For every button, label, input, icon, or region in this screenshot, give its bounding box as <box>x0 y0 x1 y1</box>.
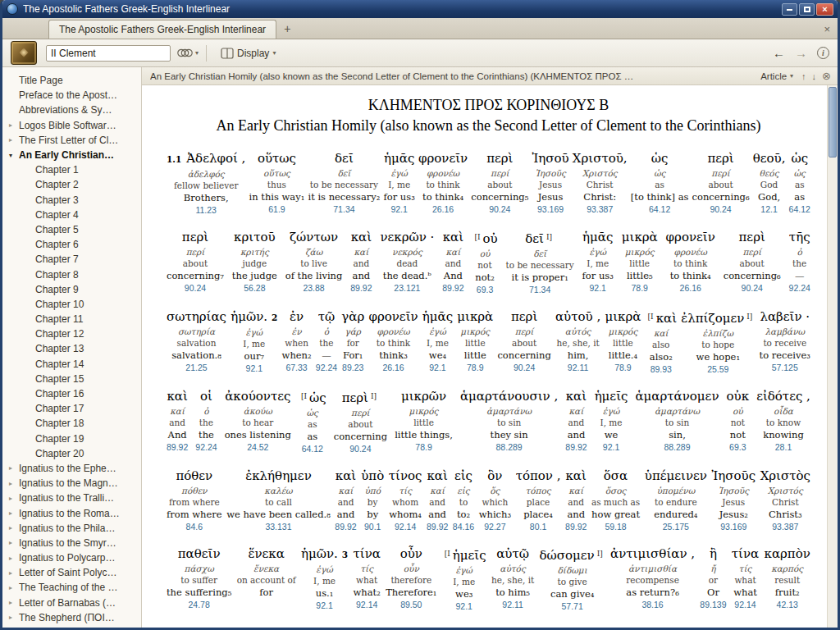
interlinear-word[interactable]: ἕνεκαἕνεκαon account offor <box>235 545 298 612</box>
sidebar-item[interactable]: Title Page <box>2 73 141 88</box>
interlinear-word[interactable]: ἡμῶν.2ἐγώI, meour₇92.1 <box>229 308 279 375</box>
sidebar-item[interactable]: ▸Logos Bible Softwar… <box>2 118 141 133</box>
interlinear-word[interactable]: νεκρῶν ·νεκρόςdeadthe dead.ᵇ23.121 <box>378 228 436 295</box>
interlinear-word[interactable]: ἀκούοντεςἀκούωto hearones listening24.52 <box>223 387 293 454</box>
interlinear-word[interactable]: καὶκαίandand89.92 <box>564 387 588 454</box>
interlinear-word[interactable]: περὶπερίaboutconcerning₆90.24 <box>722 228 783 295</box>
interlinear-word[interactable]: καὶκαίandAnd89.92 <box>165 387 189 454</box>
louw-nida-number[interactable]: 89.23 <box>341 362 364 373</box>
interlinear-word[interactable]: περὶπερίaboutconcerning₇90.24 <box>165 228 226 295</box>
locator-close-icon[interactable]: ⊗ <box>822 70 831 82</box>
louw-nida-number[interactable]: 26.16 <box>368 362 418 373</box>
louw-nida-number[interactable]: 25.59 <box>681 363 755 375</box>
louw-nida-number[interactable]: 23.121 <box>380 282 434 294</box>
louw-nida-number[interactable]: 80.1 <box>516 521 561 532</box>
interlinear-word[interactable]: κριτοῦκριτήςjudgethe judge56.28 <box>231 228 279 295</box>
interlinear-word[interactable]: τῷὁthe—92.24 <box>314 308 339 375</box>
louw-nida-number[interactable]: 92.24 <box>195 441 217 453</box>
interlinear-word[interactable]: [Iὡςὡςasas64.12 <box>297 387 328 454</box>
pane-close-button[interactable]: × <box>824 24 830 34</box>
info-button[interactable]: i <box>817 47 829 59</box>
interlinear-word[interactable]: φρονεῖνφρονέωto thinkto think₄26.16 <box>417 149 469 216</box>
interlinear-word[interactable]: οὐκοὐnotnot69.3 <box>725 387 751 454</box>
louw-nida-number[interactable]: 78.9 <box>605 362 641 373</box>
interlinear-word[interactable]: καὶκαίandAnd89.92 <box>441 228 465 295</box>
louw-nida-number[interactable]: 28.1 <box>756 441 810 453</box>
sidebar-item[interactable]: ▸The Shepherd (ΠΟΙ… <box>2 610 141 625</box>
louw-nida-number[interactable]: 84.6 <box>167 521 222 532</box>
sidebar-item[interactable]: Chapter 5 <box>2 222 141 237</box>
louw-nida-number[interactable]: 90.24 <box>724 282 781 294</box>
louw-nida-number[interactable]: 11.23 <box>167 204 245 216</box>
louw-nida-number[interactable]: 92.11 <box>555 362 600 373</box>
interlinear-word[interactable]: οἱὁthethe92.24 <box>194 387 218 454</box>
sidebar-item[interactable]: Chapter 15 <box>2 372 141 386</box>
louw-nida-number[interactable]: 89.50 <box>386 599 436 610</box>
interlinear-word[interactable]: φρονεῖνφρονέωto thinkthink₃26.16 <box>367 308 419 375</box>
louw-nida-number[interactable]: 90.1 <box>361 521 384 532</box>
resource-cover-icon[interactable] <box>11 41 37 65</box>
louw-nida-number[interactable]: 92.1 <box>582 282 614 294</box>
sidebar-item[interactable]: Chapter 1 <box>2 162 141 177</box>
sidebar-item[interactable]: Chapter 9 <box>2 282 141 297</box>
interlinear-word[interactable]: ἸησοῦςἸησοῦςJesusJesus₂93.169 <box>710 467 757 532</box>
interlinear-word[interactable]: καὶκαίandand89.92 <box>425 467 450 532</box>
louw-nida-number[interactable]: 69.3 <box>727 441 750 453</box>
sidebar-item[interactable]: ▸Ignatius to the Ephe… <box>2 461 141 476</box>
louw-nida-number[interactable]: 92.24 <box>316 362 337 373</box>
louw-nida-number[interactable]: 90.24 <box>167 282 224 294</box>
louw-nida-number[interactable]: 33.131 <box>226 521 331 532</box>
sidebar-item[interactable]: Chapter 18 <box>2 416 141 431</box>
interlinear-word[interactable]: λαβεῖν ·λαμβάνωto receiveto receive₃57.1… <box>758 308 812 375</box>
interlinear-word[interactable]: ἡμᾶςἐγώI, mewe₄92.1 <box>421 308 454 375</box>
louw-nida-number[interactable]: 89.92 <box>335 521 356 532</box>
louw-nida-number[interactable]: 69.3 <box>472 284 497 295</box>
next-article-button[interactable]: ↓ <box>812 71 817 81</box>
louw-nida-number[interactable]: 92.1 <box>422 362 453 373</box>
louw-nida-number[interactable]: 59.18 <box>591 521 640 532</box>
interlinear-word[interactable]: ὡςὡςas[to think] as64.12 <box>629 149 691 216</box>
louw-nida-number[interactable]: 26.16 <box>666 282 715 294</box>
tree-collapse-icon[interactable]: ▾ <box>9 152 19 159</box>
interlinear-word[interactable]: δεῖI]δεῖto be necessaryit is proper₁71.3… <box>504 228 576 295</box>
interlinear-word[interactable]: καὶκαίandand89.92 <box>333 467 358 532</box>
interlinear-word[interactable]: τίνατίςwhatwhat₂92.14 <box>351 545 381 612</box>
interlinear-word[interactable]: τῆςὁthe—92.24 <box>788 228 812 295</box>
sidebar-item[interactable]: Chapter 3 <box>2 193 141 208</box>
interlinear-word[interactable]: μικρὰμικρόςlittlelittle78.9 <box>455 308 495 375</box>
louw-nida-number[interactable]: 92.14 <box>353 599 380 610</box>
sidebar-item[interactable]: ▸Ignatius to the Tralli… <box>2 491 141 505</box>
sidebar-item[interactable]: Chapter 13 <box>2 341 141 356</box>
parallel-resources-button[interactable]: ▾ <box>177 48 199 58</box>
interlinear-word[interactable]: σωτηρίαςσωτηρίαsalvationsalvation.₈21.25 <box>165 308 228 375</box>
louw-nida-number[interactable]: 92.24 <box>789 282 810 294</box>
louw-nida-number[interactable]: 64.12 <box>631 203 689 215</box>
louw-nida-number[interactable]: 67.33 <box>282 362 312 373</box>
louw-nida-number[interactable]: 26.16 <box>418 203 468 215</box>
louw-nida-number[interactable]: 90.24 <box>471 203 528 215</box>
interlinear-word[interactable]: [Iοὐοὐnotnot₂69.3 <box>470 228 499 295</box>
tree-expand-icon[interactable]: ▸ <box>9 614 19 621</box>
louw-nida-number[interactable]: 90.24 <box>334 443 387 454</box>
interlinear-word[interactable]: ἢἤorOr89.139 <box>698 545 728 612</box>
louw-nida-number[interactable]: 21.25 <box>167 362 226 373</box>
louw-nida-number[interactable]: 90.24 <box>497 362 550 373</box>
sidebar-item[interactable]: ▸Ignatius to the Roma… <box>2 505 141 520</box>
louw-nida-number[interactable]: 89.92 <box>427 521 448 532</box>
sidebar-item[interactable]: ▸The Teaching of the … <box>2 580 141 595</box>
interlinear-word[interactable]: ἐνἐνwhenwhen₂67.33 <box>281 308 313 375</box>
sidebar-item[interactable]: ▸Letter of Saint Polyc… <box>2 565 141 580</box>
sidebar-item[interactable]: ▸Ignatius to Polycarp… <box>2 550 141 565</box>
reference-input[interactable] <box>46 45 171 62</box>
interlinear-word[interactable]: θεοῦ,θεόςGodGod,12.1 <box>751 149 788 216</box>
interlinear-word[interactable]: αὐτοῦ ,αὐτόςhe, she, ithim,92.11 <box>554 308 602 375</box>
sidebar-item[interactable]: ▸The First Letter of Cl… <box>2 133 141 148</box>
interlinear-word[interactable]: [IἡμεῖςἐγώI, mewe₃92.1 <box>441 545 488 612</box>
louw-nida-number[interactable]: 56.28 <box>232 282 277 294</box>
sidebar-item[interactable]: ▸Ignatius to the Magn… <box>2 476 141 491</box>
louw-nida-number[interactable]: 89.92 <box>565 441 587 453</box>
sidebar-item[interactable]: ▾An Early Christian… <box>2 148 141 162</box>
louw-nida-number[interactable]: 89.93 <box>646 363 677 375</box>
interlinear-word[interactable]: καὶκαίandand89.92 <box>349 228 373 295</box>
louw-nida-number[interactable]: 12.1 <box>753 203 786 215</box>
